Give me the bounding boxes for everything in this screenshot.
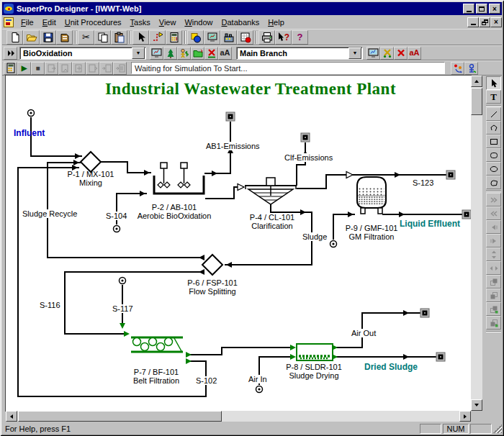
vertical-scrollbar[interactable] <box>471 76 482 411</box>
palette-nudge-left-button[interactable] <box>486 220 501 234</box>
watch-button[interactable] <box>451 62 464 75</box>
unit-shapes-button[interactable] <box>187 30 204 45</box>
step-button-3[interactable] <box>72 62 86 75</box>
palette-line-button[interactable] <box>486 107 501 121</box>
cut-button[interactable]: ✂ <box>78 30 94 45</box>
unit-aeration-basin-icon[interactable] <box>154 163 204 194</box>
delete-branch-button[interactable] <box>394 47 408 60</box>
palette-bring-to-front-button[interactable] <box>486 275 501 289</box>
section-folder-button[interactable] <box>191 47 204 60</box>
stream-label-sludge-recycle[interactable]: Sludge Recycle <box>22 209 78 218</box>
section-font-button[interactable]: aA <box>218 47 232 60</box>
stream-label-dried-sludge[interactable]: Dried Sludge <box>364 362 418 372</box>
close-button[interactable]: × <box>489 4 500 14</box>
unit-label-splitter[interactable]: P-6 / FSP-101 Flow Splitting <box>181 278 244 296</box>
stream-cake-line[interactable] <box>187 348 292 355</box>
open-button[interactable] <box>23 30 40 45</box>
horizontal-scrollbar[interactable] <box>6 411 471 422</box>
menu-databanks[interactable]: Databanks <box>217 17 264 28</box>
step-button-5[interactable] <box>99 62 113 75</box>
palette-ellipse-button[interactable] <box>486 162 501 176</box>
palette-chevron-right-button[interactable] <box>486 193 501 206</box>
unit-label-dryer[interactable]: P-8 / SLDR-101 Sludge Drying <box>284 363 344 380</box>
connect-streams-button[interactable] <box>149 30 166 45</box>
unit-label-belt-filter[interactable]: P-7 / BF-101 Belt Filtration <box>126 368 186 385</box>
stream-label-clf-emissions[interactable]: Clf-Emissions <box>284 153 333 162</box>
equipment-button[interactable] <box>220 30 237 45</box>
breakpoints-button[interactable] <box>237 30 253 45</box>
unit-label-aeration-basin[interactable]: P-2 / AB-101 Aerobic BioOxidation <box>137 203 212 220</box>
scroll-right-button[interactable] <box>459 411 471 422</box>
scroll-left-button[interactable] <box>6 411 17 422</box>
stream-label-s104[interactable]: S-104 <box>105 212 127 220</box>
maximize-button[interactable] <box>476 4 487 14</box>
horizontal-scroll-thumb[interactable] <box>18 411 222 422</box>
play-button[interactable]: ▶ <box>17 62 31 75</box>
context-help-button[interactable]: ? <box>275 30 292 45</box>
vertical-scroll-thumb[interactable] <box>471 88 482 115</box>
menu-edit[interactable]: Edit <box>38 17 60 28</box>
resize-grip[interactable] <box>493 424 502 433</box>
stream-label-sludge[interactable]: Sludge <box>302 232 328 241</box>
section-properties-button[interactable] <box>150 47 163 60</box>
expand-sections-button[interactable] <box>4 47 17 60</box>
palette-rectangle-button[interactable] <box>486 135 501 148</box>
unit-label-gm-filter[interactable]: P-9 / GMF-101 GM Filtration <box>341 224 402 241</box>
unit-label-mixer[interactable]: P-1 / MX-101 Mixing <box>58 170 124 187</box>
mdi-restore-button[interactable] <box>479 17 490 27</box>
step-button-4[interactable] <box>86 62 99 75</box>
chevron-down-icon[interactable]: ▼ <box>132 47 145 59</box>
menu-help[interactable]: Help <box>264 17 289 28</box>
palette-send-to-back-button[interactable] <box>486 289 501 302</box>
palette-bring-forward-button[interactable] <box>486 302 501 316</box>
calculator-button[interactable] <box>166 30 182 45</box>
stream-label-s123[interactable]: S-123 <box>412 178 434 187</box>
unit-mixer-icon[interactable] <box>81 152 101 172</box>
stream-clf-emissions-line[interactable] <box>297 142 305 186</box>
palette-nudge-right-button[interactable] <box>486 234 501 247</box>
stream-air-out-line[interactable] <box>336 313 420 348</box>
palette-polygon-button[interactable] <box>486 176 501 189</box>
record-button[interactable] <box>464 62 478 75</box>
palette-polyline-button[interactable] <box>486 121 501 135</box>
minimize-button[interactable] <box>463 4 474 14</box>
stream-label-s102[interactable]: S-102 <box>195 376 217 385</box>
menu-tasks[interactable]: Tasks <box>126 17 155 28</box>
help-button[interactable]: ? <box>292 30 308 45</box>
print-button[interactable] <box>258 30 275 45</box>
section-economics-button[interactable] <box>177 47 191 60</box>
flowsheet-canvas[interactable]: Industrial Wastewater Treatment Plant <box>6 76 471 411</box>
copy-button[interactable] <box>94 30 111 45</box>
document-icon[interactable] <box>4 17 14 27</box>
stream-label-air-out[interactable]: Air Out <box>351 329 377 337</box>
save-button[interactable] <box>40 30 56 45</box>
unit-label-clarifier[interactable]: P-4 / CL-101 Clarification <box>242 213 302 230</box>
solve-button[interactable] <box>4 62 17 75</box>
stream-s102-line[interactable] <box>18 168 206 396</box>
menu-file[interactable]: File <box>17 17 38 28</box>
superpro-app-icon[interactable] <box>4 4 14 14</box>
palette-center-horizontal-button[interactable] <box>486 261 501 275</box>
unit-clarifier-icon[interactable] <box>245 178 297 204</box>
step-button-2[interactable] <box>58 62 72 75</box>
paste-button[interactable] <box>111 30 127 45</box>
workbook-button[interactable] <box>56 30 73 45</box>
menu-view[interactable]: View <box>155 17 181 28</box>
new-document-button[interactable] <box>6 30 23 45</box>
scroll-down-button[interactable] <box>471 399 482 411</box>
menu-window[interactable]: Window <box>180 17 217 28</box>
menu-unit-procedures[interactable]: Unit Procedures <box>60 17 126 28</box>
step-button-6[interactable] <box>113 62 127 75</box>
mdi-minimize-button[interactable] <box>467 17 479 27</box>
stream-label-influent[interactable]: Influent <box>13 128 45 138</box>
unit-splitter-icon[interactable] <box>202 255 222 275</box>
scroll-up-button[interactable] <box>471 76 482 87</box>
chevron-down-icon[interactable]: ▼ <box>348 47 361 59</box>
stream-label-s116[interactable]: S-116 <box>39 301 61 309</box>
unit-belt-filter-icon[interactable] <box>131 337 183 352</box>
palette-text-button[interactable]: T <box>486 90 501 104</box>
palette-select-button[interactable] <box>486 76 501 90</box>
palette-center-vertical-button[interactable] <box>486 247 501 261</box>
branch-properties-button[interactable] <box>366 47 380 60</box>
delete-section-button[interactable] <box>204 47 218 60</box>
